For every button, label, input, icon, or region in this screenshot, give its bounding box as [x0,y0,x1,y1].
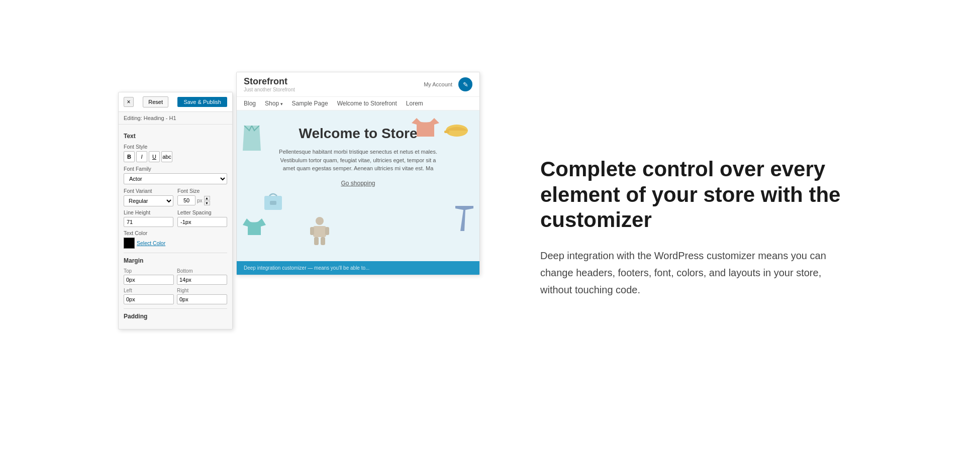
close-button[interactable]: × [124,97,134,107]
nav-item-blog[interactable]: Blog [244,100,256,107]
account-label: My Account [424,81,452,87]
text-section-title: Text [124,133,227,140]
shop-button[interactable]: Go shopping [247,180,469,187]
hero-text: Pellentesque habitant morbi tristique se… [278,148,439,173]
font-family-field: Font Family Actor [124,166,227,184]
letter-spacing-input[interactable] [177,217,227,227]
underline-button[interactable]: U [149,151,160,162]
line-height-label: Line Height [124,209,173,215]
main-heading: Complete control over every element of y… [540,157,842,233]
text-color-label: Text Color [124,230,227,236]
margin-top-label: Top [124,268,174,274]
svg-rect-6 [310,227,314,235]
bold-button[interactable]: B [124,151,135,162]
margin-top-input[interactable] [124,275,174,285]
site-info: Storefront Just another Storefront [244,76,295,92]
hero-title: Welcome to Store [247,126,469,142]
jeans-illustration [454,206,474,231]
font-family-label: Font Family [124,166,227,172]
svg-rect-3 [270,201,276,205]
font-size-group: Font Size px ▲ ▼ [177,188,227,206]
line-height-input[interactable] [124,217,173,227]
svg-rect-7 [325,227,329,235]
margin-bottom-field: Bottom [177,268,227,285]
preview-hero: Welcome to Store Pellentesque habitant m… [237,110,479,261]
margin-section-title: Margin [124,257,227,264]
font-size-input[interactable] [177,195,195,205]
save-publish-button[interactable]: Save & Publish [177,97,227,107]
preview-bottom-bar: Deep integration customizer — means you'… [237,261,479,275]
nav-item-welcome[interactable]: Welcome to Storefront [337,100,397,107]
site-title: Storefront [244,76,295,87]
bag-illustration [262,191,284,211]
figure-illustration [307,216,332,246]
nav-item-shop[interactable]: Shop [265,100,283,107]
margin-grid: Top Bottom Left Right [124,268,227,304]
svg-rect-5 [313,226,326,237]
page-wrapper: × Reset Save & Publish Editing: Heading … [0,52,980,403]
font-size-row: px ▲ ▼ [177,195,227,205]
margin-left-input[interactable] [124,294,174,304]
svg-rect-9 [321,237,325,245]
divider-2 [124,308,227,309]
nav-item-lorem[interactable]: Lorem [406,100,423,107]
divider-1 [124,253,227,253]
font-variant-size-row: Font Variant Regular Font Size px ▲ ▼ [124,188,227,206]
customizer-icon-symbol: ✎ [463,81,468,88]
margin-right-field: Right [177,288,227,304]
font-style-buttons: B I U abc [124,151,227,162]
font-variant-select[interactable]: Regular [124,195,173,206]
teal-item-illustration [242,216,267,236]
font-variant-label: Font Variant [124,188,173,194]
color-swatch[interactable] [124,238,135,249]
font-family-select[interactable]: Actor [124,173,227,184]
font-size-label: Font Size [177,188,227,194]
italic-button[interactable]: I [136,151,147,162]
margin-bottom-label: Bottom [177,268,227,274]
font-style-field: Font Style B I U abc [124,144,227,162]
editing-label: Editing: Heading - H1 [119,112,232,125]
line-height-group: Line Height [124,209,173,227]
line-letter-row: Line Height Letter Spacing [124,209,227,227]
svg-point-4 [316,217,324,225]
margin-right-input[interactable] [177,294,227,304]
site-tagline: Just another Storefront [244,87,295,92]
font-size-spinner: ▲ ▼ [204,196,210,205]
right-content: Complete control over every element of y… [520,147,862,308]
customizer-header: × Reset Save & Publish [119,92,232,112]
select-color-label[interactable]: Select Color [137,240,165,246]
nav-item-sample[interactable]: Sample Page [292,100,328,107]
preview-area: Storefront Just another Storefront My Ac… [236,72,480,275]
preview-nav: Blog Shop Sample Page Welcome to Storefr… [237,97,479,110]
preview-topbar: Storefront Just another Storefront My Ac… [237,72,479,97]
svg-rect-2 [264,196,282,210]
customizer-panel: × Reset Save & Publish Editing: Heading … [118,92,233,329]
margin-right-label: Right [177,288,227,293]
strikethrough-button[interactable]: abc [161,151,172,162]
font-variant-group: Font Variant Regular [124,188,173,206]
margin-bottom-input[interactable] [177,275,227,285]
color-row: Select Color [124,238,227,249]
font-size-down[interactable]: ▼ [204,201,210,205]
font-size-unit: px [197,198,203,203]
font-style-label: Font Style [124,144,227,150]
margin-left-field: Left [124,288,174,304]
letter-spacing-group: Letter Spacing [177,209,227,227]
customizer-body: Text Font Style B I U abc Font Family Ac… [119,125,232,329]
reset-button[interactable]: Reset [143,96,168,107]
padding-section-title: Padding [124,313,227,320]
margin-left-label: Left [124,288,174,293]
main-description: Deep integration with the WordPress cust… [540,247,842,298]
svg-rect-8 [314,237,319,245]
topbar-right: My Account ✎ [424,77,472,91]
mockup-container: × Reset Save & Publish Editing: Heading … [118,72,480,383]
text-color-field: Text Color Select Color [124,230,227,249]
margin-top-field: Top [124,268,174,285]
letter-spacing-label: Letter Spacing [177,209,227,215]
customizer-icon[interactable]: ✎ [458,77,472,91]
font-size-up[interactable]: ▲ [204,196,210,200]
